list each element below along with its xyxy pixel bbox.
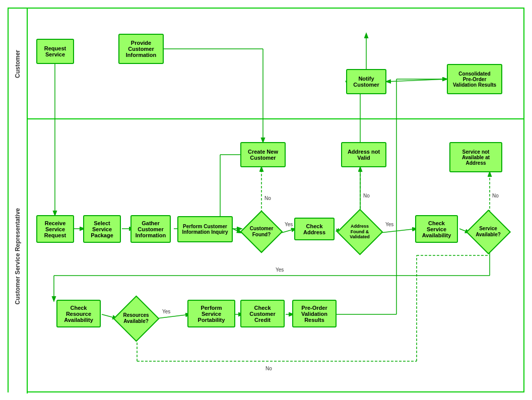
check-service-availability-shape: CheckServiceAvailability (415, 215, 458, 243)
consolidated-preorder-shape: ConsolidatedPre-OrderValidation Results (447, 64, 502, 94)
create-new-customer-shape: Create NewCustomer (240, 142, 286, 167)
service-not-available-shape: Service notAvailable atAddress (449, 142, 502, 172)
notify-customer-shape: NotifyCustomer (346, 69, 386, 94)
address-found-diamond: AddressFound &Validated (337, 209, 382, 254)
gather-customer-info-shape: GatherCustomerInformation (130, 215, 171, 243)
check-address-shape: CheckAddress (294, 218, 335, 240)
resources-available-diamond: ResourcesAvailable? (113, 296, 159, 341)
preorder-validation-shape: Pre-OrderValidationResults (292, 300, 337, 327)
customer-found-diamond: CustomerFound? (239, 209, 284, 254)
lane-customer-label: Customer (9, 9, 28, 119)
address-not-valid-shape: Address notValid (341, 142, 386, 167)
request-service-shape: RequestService (36, 39, 74, 64)
lane-customer: Customer (9, 9, 523, 119)
perform-service-portability-shape: PerformServicePortability (187, 300, 235, 327)
lane-csr-label: Customer Service Representative (9, 119, 28, 393)
perform-customer-inquiry-shape: Perform CustomerInformation Inquiry (177, 216, 233, 242)
provide-customer-info-shape: ProvideCustomerInformation (118, 34, 164, 64)
receive-service-request-shape: ReceiveServiceRequest (36, 215, 74, 243)
check-resource-availability-shape: CheckResourceAvailability (56, 300, 101, 327)
select-service-package-shape: SelectServicePackage (83, 215, 121, 243)
service-available-diamond: ServiceAvailable? (466, 209, 511, 254)
diagram-container: Customer Customer Service Representative (8, 8, 524, 392)
check-customer-credit-shape: CheckCustomerCredit (240, 300, 285, 327)
